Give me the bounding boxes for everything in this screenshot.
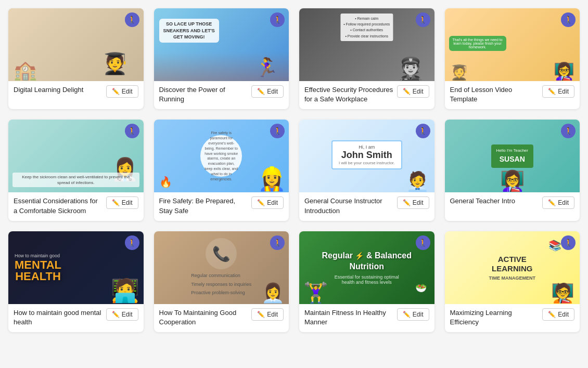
edit-button-11[interactable]: ✏️ Edit [397, 308, 429, 321]
card-security: 🚶 • Remain calm • Follow required proced… [299, 8, 434, 109]
card-thumb-cooperation: 🚶 📞 Regular communication Timely respons… [154, 231, 289, 304]
avatar-badge-2: 🚶 [270, 12, 285, 27]
hello-board: Hello I'm Teacher SUSAN [491, 144, 533, 168]
security-bullets: • Remain calm • Follow required procedur… [340, 14, 393, 41]
edit-button-2[interactable]: ✏️ Edit [251, 85, 284, 98]
card-body-3: Effective Security Procedures for a Safe… [299, 81, 434, 109]
edit-button-9[interactable]: ✏️ Edit [106, 308, 138, 321]
card-title-7: General Course Instructor Introduction [304, 196, 394, 215]
edit-icon-3: ✏️ [403, 88, 411, 95]
card-fire-safety: 🚶 Fire safety is paramount for everyone'… [154, 120, 289, 220]
card-running: 🚶 🏃‍♀️ SO LACE UP THOSESNEAKERS AND LET'… [154, 8, 289, 109]
card-title-5: Essential Considerations for a Comfortab… [14, 196, 103, 215]
card-thumb-fire: 🚶 Fire safety is paramount for everyone'… [154, 120, 289, 192]
edit-icon-12: ✏️ [548, 311, 556, 318]
card-fitness: 🚶 Regular ⚡ & BalancedNutrition Essentia… [299, 231, 434, 332]
avatar-badge-11: 🚶 [416, 235, 430, 250]
card-body-8: General Teacher Intro ✏️ Edit [445, 192, 580, 214]
card-thumb-fitness: 🚶 Regular ⚡ & BalancedNutrition Essentia… [299, 231, 434, 304]
card-body-11: Maintain Fitness In Healthy Manner ✏️ Ed… [299, 304, 434, 332]
edit-button-12[interactable]: ✏️ Edit [542, 308, 574, 321]
card-thumb-instructor: 🚶 Hi, I am John Smith I will be your cou… [299, 120, 434, 192]
card-learning: 🚶 ACTIVELEARNING TIME MANAGEMENT 🧑‍🏫 📚 M… [445, 231, 580, 332]
card-body-2: Discover the Power of Running ✏️ Edit [154, 81, 289, 109]
mental-text: MENTALHEALTH [15, 259, 61, 282]
edit-button-5[interactable]: ✏️ Edit [106, 196, 138, 209]
card-thumb-endlesson: 🚶 That's all the things we need to learn… [445, 8, 580, 81]
card-title-10: How To Maintaining Good Cooperation [159, 308, 249, 327]
card-mental-health: 🚶 How to maintain good MENTALHEALTH 🧑‍💻 … [8, 231, 144, 332]
edit-icon-5: ✏️ [112, 199, 120, 206]
card-endlesson: 🚶 That's all the things we need to learn… [445, 8, 580, 109]
avatar-badge-5: 🚶 [125, 124, 139, 138]
card-title-12: Maximizing Learning Efficiency [450, 308, 540, 327]
sickroom-text: Keep the sickroom clean and well-ventila… [12, 173, 139, 187]
card-title-6: Fire Safety: Be Prepared, Stay Safe [159, 196, 249, 215]
avatar-badge-7: 🚶 [416, 124, 430, 138]
card-thumb-running: 🚶 🏃‍♀️ SO LACE UP THOSESNEAKERS AND LET'… [154, 8, 289, 81]
edit-icon-7: ✏️ [403, 199, 411, 206]
card-title-8: General Teacher Intro [450, 196, 540, 206]
edit-icon-2: ✏️ [257, 88, 265, 95]
edit-icon-4: ✏️ [548, 88, 556, 95]
edit-button-6[interactable]: ✏️ Edit [251, 196, 284, 209]
card-thumb-digital: 🚶 🧑‍🎓 🏫 [8, 8, 144, 81]
john-smith-board: Hi, I am John Smith I will be your cours… [331, 140, 402, 169]
edit-icon-6: ✏️ [257, 199, 265, 206]
card-body-4: End of Lesson Video Template ✏️ Edit [445, 81, 580, 109]
card-thumb-security: 🚶 • Remain calm • Follow required proced… [299, 8, 434, 81]
avatar-badge-10: 🚶 [270, 235, 285, 250]
edit-icon-9: ✏️ [112, 311, 120, 318]
card-instructor: 🚶 Hi, I am John Smith I will be your cou… [299, 120, 434, 220]
card-cooperation: 🚶 📞 Regular communication Timely respons… [154, 231, 289, 332]
avatar-badge-4: 🚶 [561, 12, 576, 27]
avatar-badge-3: 🚶 [416, 12, 430, 27]
card-sickroom: 🚶 👩‍⚕️ Keep the sickroom clean and well-… [8, 120, 144, 220]
edit-button-10[interactable]: ✏️ Edit [251, 308, 284, 321]
card-thumb-sickroom: 🚶 👩‍⚕️ Keep the sickroom clean and well-… [8, 120, 144, 192]
edit-icon-10: ✏️ [257, 311, 265, 318]
card-title-4: End of Lesson Video Template [450, 85, 540, 104]
avatar-badge-6: 🚶 [270, 124, 285, 138]
edit-icon-11: ✏️ [403, 311, 411, 318]
edit-button-4[interactable]: ✏️ Edit [542, 85, 574, 98]
avatar-badge-12: 🚶 [561, 235, 576, 250]
card-title-11: Maintain Fitness In Healthy Manner [304, 308, 394, 327]
card-body-12: Maximizing Learning Efficiency ✏️ Edit [445, 304, 580, 332]
edit-icon-8: ✏️ [548, 199, 556, 206]
cooperation-list: Regular communication Timely responses t… [191, 271, 251, 297]
card-body-1: Digital Learning Delight ✏️ Edit [8, 81, 144, 103]
card-body-6: Fire Safety: Be Prepared, Stay Safe ✏️ E… [154, 192, 289, 220]
card-title-3: Effective Security Procedures for a Safe… [304, 85, 394, 104]
card-grid: 🚶 🧑‍🎓 🏫 Digital Learning Delight ✏️ Edit… [8, 8, 580, 332]
endlesson-bubble: That's all the things we need to learn t… [449, 36, 506, 51]
edit-button-7[interactable]: ✏️ Edit [397, 196, 429, 209]
card-thumb-learning: 🚶 ACTIVELEARNING TIME MANAGEMENT 🧑‍🏫 📚 [445, 231, 580, 304]
card-thumb-teacher: 🚶 Hello I'm Teacher SUSAN 👩‍🏫 [445, 120, 580, 192]
edit-button-3[interactable]: ✏️ Edit [397, 85, 429, 98]
card-body-9: How to maintain good mental health ✏️ Ed… [8, 304, 144, 332]
card-body-7: General Course Instructor Introduction ✏… [299, 192, 434, 220]
card-teacher: 🚶 Hello I'm Teacher SUSAN 👩‍🏫 General Te… [445, 120, 580, 220]
card-body-10: How To Maintaining Good Cooperation ✏️ E… [154, 304, 289, 332]
card-title-9: How to maintain good mental health [14, 308, 103, 327]
fire-warning-text: Fire safety is paramount for everyone's … [200, 135, 242, 177]
avatar-badge-1: 🚶 [125, 12, 139, 27]
card-thumb-mental: 🚶 How to maintain good MENTALHEALTH 🧑‍💻 [8, 231, 144, 304]
card-title-2: Discover the Power of Running [159, 85, 249, 104]
edit-icon-1: ✏️ [112, 88, 120, 95]
card-title-1: Digital Learning Delight [14, 85, 103, 95]
edit-button-8[interactable]: ✏️ Edit [542, 196, 574, 209]
avatar-badge-9: 🚶 [125, 235, 139, 250]
card-body-5: Essential Considerations for a Comfortab… [8, 192, 144, 220]
edit-button-1[interactable]: ✏️ Edit [106, 85, 138, 98]
avatar-badge-8: 🚶 [561, 124, 576, 138]
card-digital-learning: 🚶 🧑‍🎓 🏫 Digital Learning Delight ✏️ Edit [8, 8, 144, 109]
